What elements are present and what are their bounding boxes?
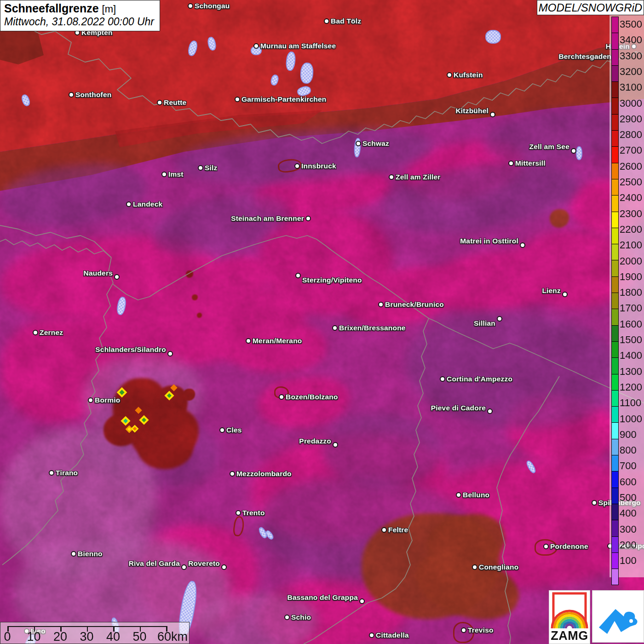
city-dot bbox=[487, 408, 493, 414]
city-dot bbox=[571, 148, 576, 154]
model-box: MODEL/SNOWGRiD bbox=[537, 0, 644, 15]
colorbar-segment bbox=[612, 423, 618, 439]
colorbar-segment bbox=[612, 407, 618, 423]
colorbar-segment bbox=[612, 50, 618, 66]
city-label: Schwaz bbox=[362, 139, 389, 148]
colorbar-label: 2500 bbox=[620, 174, 642, 190]
colorbar-label: 500 bbox=[620, 490, 637, 506]
colorbar-label: 2000 bbox=[620, 253, 642, 269]
colorbar-label: 100 bbox=[620, 553, 637, 569]
city-label: Mittersill bbox=[515, 159, 546, 167]
snowgrid-logo bbox=[592, 590, 644, 643]
scalebar-tick-label: 20 bbox=[53, 630, 67, 644]
colorbar-segment bbox=[612, 342, 618, 358]
city-label: Cittadella bbox=[376, 631, 409, 639]
glacier-marker bbox=[135, 407, 142, 414]
city-dot bbox=[456, 492, 461, 498]
colorbar-label: 2100 bbox=[620, 237, 642, 253]
colorbar-label: 3500 bbox=[620, 17, 642, 32]
colorbar-label: 1100 bbox=[620, 395, 641, 411]
scalebar: 0102030405060km bbox=[0, 622, 190, 644]
colorbar-label: 1400 bbox=[620, 348, 642, 363]
city-label: Garmisch-Partenkirchen bbox=[242, 95, 326, 104]
colorbar-label: 1800 bbox=[620, 285, 642, 300]
colorbar-segment bbox=[612, 326, 618, 342]
colorbar-segment bbox=[612, 520, 618, 536]
city-label: Landeck bbox=[133, 200, 162, 208]
city-dot bbox=[389, 174, 394, 180]
city-label: Bormio bbox=[95, 396, 120, 404]
city-dot bbox=[447, 72, 452, 78]
city-dot bbox=[71, 551, 76, 557]
colorbar-segment bbox=[612, 391, 618, 407]
city-label: Conegliano bbox=[479, 563, 518, 571]
city-dot bbox=[381, 527, 387, 533]
city-dot bbox=[497, 316, 502, 322]
city-dot bbox=[230, 471, 235, 477]
colorbar-label: 2700 bbox=[620, 143, 642, 158]
city-label: Kufstein bbox=[454, 71, 483, 79]
city-label: Imst bbox=[168, 170, 184, 178]
colorbar-label: 2200 bbox=[620, 222, 642, 237]
city-label: Bozen/Bolzano bbox=[286, 393, 338, 401]
city-label: Belluno bbox=[463, 491, 489, 499]
colorbar-label: 1300 bbox=[620, 364, 642, 380]
mountain-cloud-icon bbox=[592, 591, 644, 642]
colorbar-segment bbox=[612, 147, 618, 163]
city-dot bbox=[279, 394, 284, 400]
colorbar-segment bbox=[612, 358, 618, 374]
colorbar-segment bbox=[612, 260, 618, 276]
glacier-marker-core bbox=[167, 393, 172, 398]
city-dot bbox=[219, 427, 225, 433]
city-label: Trento bbox=[242, 509, 265, 517]
city-dot bbox=[461, 627, 466, 633]
colorbar-label: 2400 bbox=[620, 190, 642, 206]
colorbar-label: 900 bbox=[620, 427, 637, 443]
colorbar-segment bbox=[612, 17, 618, 33]
city-label: Treviso bbox=[468, 626, 494, 634]
scalebar-tick-label: 50 bbox=[132, 630, 146, 644]
city-label: Mezzolombardo bbox=[236, 470, 292, 478]
colorbar-segment bbox=[612, 309, 618, 325]
city-label: Steinach am Brenner bbox=[231, 214, 304, 223]
city-label: Murnau am Staffelsee bbox=[260, 42, 336, 50]
colorbar-segment bbox=[612, 98, 618, 114]
city-label: Zell am See bbox=[529, 143, 570, 151]
city-label: Lienz bbox=[542, 287, 561, 295]
city-label: Zernez bbox=[40, 328, 63, 337]
page-title: Schneefallgrenze [m] bbox=[4, 2, 156, 15]
city-dot bbox=[369, 632, 374, 638]
subtitle-date: Mittwoch, 31.08.2022 00:00 Uhr bbox=[4, 16, 156, 28]
city-label: Innsbruck bbox=[301, 162, 336, 170]
colorbar-label: 3300 bbox=[620, 48, 642, 64]
colorbar-label: 1900 bbox=[620, 269, 642, 285]
colorbar-segment bbox=[612, 569, 618, 585]
city-label: Bienno bbox=[78, 550, 103, 558]
scalebar-tick-label: 40 bbox=[106, 630, 120, 644]
colorbar-segment bbox=[612, 439, 618, 455]
city-dot bbox=[236, 510, 241, 516]
city-label: Cortina d'Ampezzo bbox=[447, 375, 512, 383]
city-label: Meran/Merano bbox=[253, 337, 302, 345]
colorbar bbox=[611, 17, 619, 585]
city-dot bbox=[157, 100, 162, 105]
colorbar-segment bbox=[612, 66, 618, 82]
city-layer: SchongauBad TölzKemptenMurnau am Staffel… bbox=[0, 0, 644, 644]
city-dot bbox=[333, 442, 338, 448]
scalebar-tick-label: 10 bbox=[27, 630, 40, 644]
city-dot bbox=[359, 598, 365, 604]
colorbar-segment bbox=[612, 504, 618, 520]
glacier-marker-core bbox=[142, 418, 147, 423]
title-box: Schneefallgrenze [m] Mittwoch, 31.08.202… bbox=[0, 0, 160, 31]
colorbar-segment bbox=[612, 212, 618, 228]
city-dot bbox=[161, 172, 167, 177]
city-dot bbox=[69, 92, 74, 98]
colorbar-label: 2900 bbox=[620, 111, 642, 127]
colorbar-segment bbox=[612, 374, 618, 391]
colorbar-segment bbox=[612, 488, 618, 504]
colorbar-label: 800 bbox=[620, 443, 637, 458]
scalebar-tick-label: 0 bbox=[4, 630, 11, 644]
colorbar-label: 600 bbox=[620, 474, 637, 490]
colorbar-label: 700 bbox=[620, 458, 637, 474]
scalebar-tick-label: 60km bbox=[157, 630, 188, 644]
